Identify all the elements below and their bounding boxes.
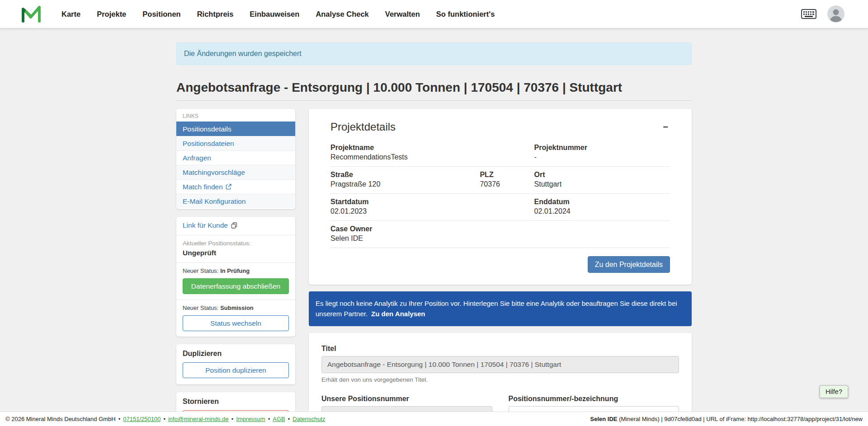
sidebar-item-positionsdateien[interactable]: Positionsdateien — [176, 136, 295, 150]
titel-input — [321, 356, 679, 373]
field-label: Projektnummer — [534, 144, 670, 152]
next-status-value: Submission — [220, 304, 254, 311]
footer-link-impressum[interactable]: Impressum — [229, 416, 265, 422]
field-label: Projektname — [330, 144, 480, 152]
navbar-right — [801, 5, 844, 23]
analytics-banner: Es liegt noch keine Analytik zu Ihrer Po… — [309, 291, 692, 326]
footer-left: © 2026 Mineral Minds Deutschland GmbH 07… — [5, 416, 326, 422]
nav-item-richtpreis[interactable]: Richtpreis — [197, 10, 234, 19]
footer-session-info: Selen IDE (Mineral Minds) | 9d07cfe8d0ad… — [590, 416, 863, 422]
main-nav: Karte Projekte Positionen Richtpreis Ein… — [61, 10, 495, 19]
sidebar-item-anfragen[interactable]: Anfragen — [176, 150, 295, 165]
project-details-card: Projektdetails − Projektname Recommendat… — [309, 109, 692, 285]
sidebar-item-email-konfiguration[interactable]: E-Mail Konfiguration — [176, 194, 295, 208]
next-status-line: Neuer Status: In Prüfung — [183, 267, 289, 274]
field-value: 02.01.2024 — [534, 207, 670, 215]
datenerfassung-abschliessen-button[interactable]: Datenerfassung abschließen — [183, 278, 289, 294]
links-menu-card: LINKS Positionsdetails Positionsdateien … — [176, 109, 295, 209]
field-ort: Ort Stuttgart — [534, 171, 670, 188]
nav-item-positionen[interactable]: Positionen — [142, 10, 180, 19]
current-status-value: Ungeprüft — [183, 249, 289, 257]
sidebar-item-matchingvorschlaege[interactable]: Matchingvorschläge — [176, 165, 295, 179]
sidebar-item-label: Match finden — [183, 183, 223, 191]
page-title: Angebotsanfrage - Entsorgung | 10.000 To… — [176, 80, 692, 95]
duplicate-card: Duplizieren Position duplizieren — [176, 344, 295, 384]
field-startdatum: Startdatum 02.01.2023 — [330, 198, 480, 215]
field-projektname: Projektname RecommendationsTests — [330, 144, 480, 161]
unsere-positionsnummer-label: Unsere Positionsnummer — [321, 395, 492, 403]
field-label: Straße — [330, 171, 480, 179]
field-enddatum: Enddatum 02.01.2024 — [534, 198, 670, 215]
field-case-owner: Case Owner Selen IDE — [330, 225, 480, 243]
nav-item-projekte[interactable]: Projekte — [97, 10, 126, 19]
main-content: Die Änderungen wurden gespeichert Angebo… — [176, 42, 692, 426]
nav-item-verwalten[interactable]: Verwalten — [385, 10, 420, 19]
field-label: Startdatum — [330, 198, 480, 206]
status-wechseln-button[interactable]: Status wechseln — [183, 315, 289, 331]
current-status-label: Aktueller Positionsstatus: — [183, 240, 289, 247]
copyright-text: © 2026 Mineral Minds Deutschland GmbH — [5, 416, 116, 422]
next-status-line: Neuer Status: Submission — [183, 304, 289, 311]
next-status-value: In Prüfung — [220, 267, 250, 274]
saved-alert: Die Änderungen wurden gespeichert — [176, 42, 692, 65]
positionsnummer-label: Positionsnummer/-bezeichnung — [509, 395, 679, 403]
nav-item-analyse-check[interactable]: Analyse Check — [316, 10, 368, 19]
person-icon — [827, 5, 844, 23]
duplicate-card-title: Duplizieren — [183, 350, 289, 358]
nav-item-so-funktionierts[interactable]: So funktioniert's — [436, 10, 495, 19]
next-status-label: Neuer Status: — [183, 304, 219, 311]
top-navbar: Karte Projekte Positionen Richtpreis Ein… — [0, 0, 868, 28]
project-row: Projektname RecommendationsTests Projekt… — [330, 140, 670, 167]
field-value: 02.01.2023 — [330, 207, 480, 215]
field-value: Pragstraße 120 — [330, 180, 480, 188]
title-divider — [176, 100, 692, 101]
footer-meta: (Mineral Minds) | 9d07cfe8d0ad | URL of … — [618, 416, 863, 422]
project-row: Case Owner Selen IDE — [330, 221, 670, 248]
analytics-banner-text: Es liegt noch keine Analytik zu Ihrer Po… — [316, 300, 677, 318]
project-row: Straße Pragstraße 120 PLZ 70376 Ort Stut… — [330, 167, 670, 194]
footer-link-agb[interactable]: AGB — [265, 416, 285, 422]
field-plz: PLZ 70376 — [480, 171, 534, 188]
footer-link-email[interactable]: info@mineral-minds.de — [160, 416, 228, 422]
copy-icon — [231, 222, 237, 229]
field-value: - — [534, 153, 670, 161]
footer-link-datenschutz[interactable]: Datenschutz — [285, 416, 326, 422]
field-value: RecommendationsTests — [330, 153, 480, 161]
keyboard-icon — [801, 9, 816, 19]
status-card: Link für Kunde Aktueller Positionsstatus… — [176, 217, 295, 337]
project-row: Startdatum 02.01.2023 Enddatum 02.01.202… — [330, 194, 670, 221]
mineral-minds-logo-icon — [21, 5, 41, 23]
field-value: Stuttgart — [534, 180, 670, 188]
footer-user: Selen IDE — [590, 416, 618, 422]
external-link-icon — [226, 184, 231, 190]
position-duplizieren-button[interactable]: Position duplizieren — [183, 362, 289, 378]
nav-item-karte[interactable]: Karte — [61, 10, 80, 19]
link-fuer-kunde-link[interactable]: Link für Kunde — [183, 221, 237, 229]
field-value: Selen IDE — [330, 234, 480, 243]
field-label: Case Owner — [330, 225, 480, 233]
left-sidebar: LINKS Positionsdetails Positionsdateien … — [176, 109, 295, 426]
titel-label: Titel — [321, 345, 679, 353]
hilfe-button[interactable]: Hilfe? — [820, 385, 848, 398]
field-projektnummer: Projektnummer - — [534, 144, 670, 161]
sidebar-item-match-finden[interactable]: Match finden — [176, 179, 295, 194]
field-label: Ort — [534, 171, 670, 179]
sidebar-item-positionsdetails[interactable]: Positionsdetails — [176, 122, 295, 136]
link-fuer-kunde-label: Link für Kunde — [183, 221, 228, 229]
field-strasse: Straße Pragstraße 120 — [330, 171, 480, 188]
zu-den-projektdetails-button[interactable]: Zu den Projektdetails — [588, 256, 670, 273]
next-status-label: Neuer Status: — [183, 267, 219, 274]
brand-logo[interactable] — [21, 5, 41, 23]
field-label: Enddatum — [534, 198, 670, 206]
field-label: PLZ — [480, 171, 534, 179]
zu-den-analysen-link[interactable]: Zu den Analysen — [371, 310, 425, 318]
nav-item-einbauweisen[interactable]: Einbauweisen — [250, 10, 299, 19]
field-value: 70376 — [480, 180, 534, 188]
user-avatar[interactable] — [827, 5, 844, 23]
page-footer: © 2026 Mineral Minds Deutschland GmbH 07… — [0, 412, 868, 426]
project-details-title: Projektdetails — [330, 121, 396, 133]
footer-link-phone[interactable]: 07151/250100 — [116, 416, 161, 422]
keyboard-icon-button[interactable] — [801, 9, 816, 19]
collapse-panel-button[interactable]: − — [661, 122, 670, 132]
links-header: LINKS — [176, 109, 295, 122]
